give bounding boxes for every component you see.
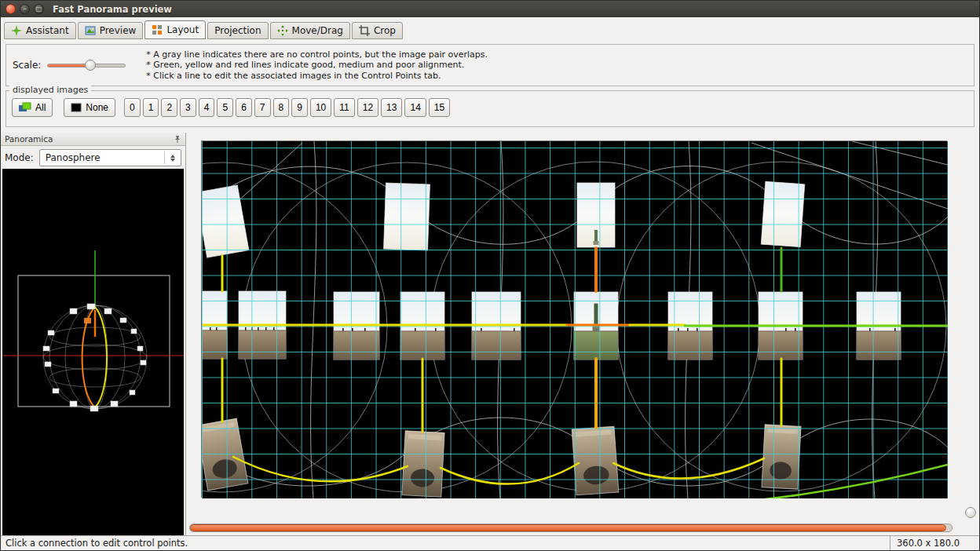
mode-label: Mode: [5,152,34,163]
horizontal-scrollbar[interactable] [189,524,953,532]
assistant-icon [11,25,22,36]
image-toggle-7[interactable]: 7 [254,98,271,117]
preview-icon [85,25,96,36]
panoramica-title: Panoramica [5,134,53,144]
sphere-selected-thumb [84,318,91,323]
layout-canvas[interactable] [201,140,947,498]
tab-label: Assistant [26,25,69,36]
scale-panel: Scale: * A gray line indicates there are… [5,44,975,86]
pin-icon[interactable] [174,135,181,144]
tab-label: Layout [166,24,199,35]
image-toggle-11[interactable]: 11 [334,98,354,117]
pano-size-readout: 360.0 x 180.0 [890,536,979,550]
image-thumb-sky-statue[interactable] [577,183,615,247]
status-message: Click a connection to edit control point… [5,538,188,549]
image-toggle-5[interactable]: 5 [217,98,233,117]
title-bar: ‒ □ Fast Panorama preview [1,1,979,17]
image-toggle-9[interactable]: 9 [291,98,308,117]
tab-projection[interactable]: Projection [207,22,268,39]
note-click-line: * Click a line to edit the associated im… [146,71,488,82]
mode-value: Panosphere [46,152,101,163]
panoramica-header: Panoramica [1,133,185,146]
tab-label: Move/Drag [292,25,343,36]
maximize-icon: □ [35,5,43,13]
combo-arrows-icon[interactable] [164,151,175,164]
none-icon [71,102,82,113]
image-thumb-ground[interactable] [572,426,619,495]
scale-label: Scale: [13,60,41,71]
tab-label: Projection [214,25,261,36]
status-bar: Click a connection to edit control point… [1,535,979,550]
movedrag-icon [277,25,288,36]
close-button[interactable] [5,4,16,14]
tab-move-drag[interactable]: Move/Drag [270,22,350,39]
image-toggle-8[interactable]: 8 [273,98,290,117]
crop-icon [359,25,370,36]
tab-label: Crop [374,25,396,36]
image-thumb-ground[interactable] [402,431,444,498]
layout-icon [152,24,163,35]
layout-canvas-svg[interactable] [202,141,948,498]
tab-bar: AssistantPreviewLayoutProjectionMove/Dra… [1,17,979,39]
minimize-icon: ‒ [20,5,29,13]
scale-slider-fill [48,64,90,67]
layout-main-area [187,133,979,535]
note-gray-line: * A gray line indicates there are no con… [146,49,488,60]
displayed-images-row: All None 0123456789101112131415 [6,91,974,117]
fast-panorama-preview-window: { "window": { "title": "Fast Panorama pr… [0,0,980,551]
tab-assistant[interactable]: Assistant [4,22,76,39]
vertical-scroll-handle[interactable] [965,507,976,518]
maximize-button[interactable]: □ [34,4,44,14]
image-thumb-sky[interactable] [761,181,804,246]
note-line-colors: * Green, yellow and red lines indicate g… [146,60,488,71]
image-toggle-0[interactable]: 0 [124,98,141,117]
legend-notes: * A gray line indicates there are no con… [146,49,488,82]
mode-combobox[interactable]: Panosphere [39,149,181,166]
image-toggle-2[interactable]: 2 [161,98,177,117]
image-toggle-12[interactable]: 12 [357,98,378,117]
scale-slider[interactable] [47,64,126,68]
all-button[interactable]: All [12,98,53,117]
image-thumb-sky[interactable] [384,183,430,250]
image-toggle-15[interactable]: 15 [429,98,450,117]
panoramica-panel: Panoramica Mode: Panosphere [1,133,186,535]
tab-label: Preview [100,25,137,36]
image-toggle-4[interactable]: 4 [199,98,215,117]
image-toggle-1[interactable]: 1 [143,98,159,117]
none-button-label: None [86,102,108,113]
panosphere-view[interactable] [2,169,184,535]
tab-layout[interactable]: Layout [144,20,206,39]
tab-crop[interactable]: Crop [352,22,403,39]
image-toggle-14[interactable]: 14 [404,98,426,117]
panosphere-svg [2,169,184,537]
mode-row: Mode: Panosphere [1,146,185,170]
tab-preview[interactable]: Preview [78,22,144,39]
image-toggle-3[interactable]: 3 [180,98,196,117]
displayed-images-frame: displayed images All None 01234567891011… [5,90,975,127]
displayed-images-title: displayed images [9,85,91,95]
sphere-yellow-ring [95,307,107,407]
all-icon [19,102,31,113]
horizontal-scrollbar-thumb[interactable] [190,524,946,531]
image-toggle-10[interactable]: 10 [310,98,331,117]
scale-slider-handle[interactable] [85,60,96,71]
minimize-button[interactable]: ‒ [20,4,30,14]
image-toggle-6[interactable]: 6 [236,98,252,117]
window-title: Fast Panorama preview [53,4,172,15]
image-toggle-13[interactable]: 13 [381,98,402,117]
all-button-label: All [35,102,46,113]
image-number-buttons: 0123456789101112131415 [124,98,450,117]
none-button[interactable]: None [64,98,115,117]
